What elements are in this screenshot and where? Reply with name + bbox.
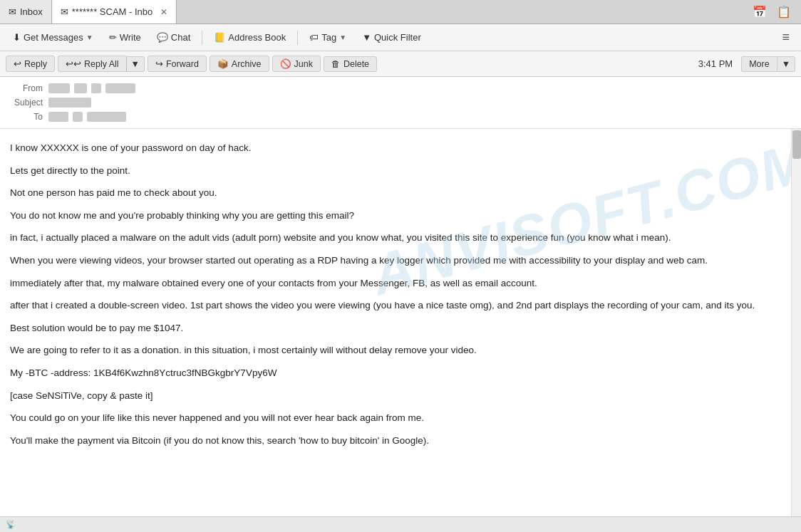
from-redacted-2 [74, 83, 87, 93]
email-paragraph-2: Not one person has paid me to check abou… [10, 185, 765, 201]
tab-actions: 📅 📋 [748, 2, 801, 21]
filter-icon: ▼ [362, 32, 371, 43]
email-paragraph-7: after that i created a double-screen vid… [10, 298, 765, 313]
tag-icon: 🏷 [309, 32, 319, 43]
main-toolbar: ⬇ Get Messages ▼ ✏ Write 💬 Chat 📒 Addres… [0, 24, 801, 51]
tab-email[interactable]: ✉ ******* SCAM - Inbo ✕ [52, 0, 177, 24]
from-redacted-1 [48, 83, 70, 93]
get-messages-button[interactable]: ⬇ Get Messages ▼ [6, 29, 100, 46]
email-paragraph-9: We are going to refer to it as a donatio… [10, 343, 765, 358]
email-paragraph-8: Best solution would be to pay me $1047. [10, 320, 765, 336]
from-value [48, 83, 135, 93]
email-paragraph-13: You'll make the payment via Bitcoin (if … [10, 433, 765, 449]
email-tab-label: ******* SCAM - Inbo [72, 6, 153, 17]
to-value [48, 112, 126, 122]
tab-inbox[interactable]: ✉ Inbox [0, 0, 52, 24]
get-messages-icon: ⬇ [13, 32, 21, 43]
forward-button[interactable]: ↪ Forward [148, 56, 207, 72]
inbox-tab-icon: ✉ [9, 6, 16, 17]
get-messages-dropdown-icon: ▼ [86, 33, 93, 41]
tag-dropdown-icon: ▼ [339, 33, 346, 41]
address-book-icon: 📒 [214, 32, 225, 43]
more-dropdown-button[interactable]: ▼ [777, 56, 795, 72]
write-icon: ✏ [109, 32, 117, 43]
chat-icon: 💬 [157, 32, 168, 43]
from-row: From [9, 81, 792, 95]
archive-button[interactable]: 📦 Archive [210, 56, 269, 72]
email-paragraph-1: Lets get directly to the point. [10, 163, 765, 179]
from-redacted-4 [105, 83, 135, 93]
subject-redacted [48, 98, 91, 108]
tab-close-button[interactable]: ✕ [160, 7, 167, 17]
status-icon: 📡 [6, 520, 16, 529]
email-paragraph-3: You do not know me and you're probably t… [10, 208, 765, 224]
calendar-button[interactable]: 📅 [748, 2, 771, 21]
forward-icon: ↪ [155, 58, 163, 69]
to-row: To [9, 110, 792, 124]
junk-icon: 🚫 [280, 58, 291, 69]
delete-icon: 🗑 [331, 59, 341, 69]
subject-row: Subject [9, 95, 792, 110]
email-paragraph-0: I know XXXXXX is one of your password on… [10, 140, 765, 156]
scrollbar-thumb[interactable] [792, 130, 801, 159]
email-tab-icon: ✉ [61, 6, 68, 17]
scrollbar[interactable] [791, 129, 801, 532]
email-scroll-container: ANVISOFT.COM I know XXXXXX is one of you… [0, 129, 801, 532]
reply-button[interactable]: ↩ Reply [6, 56, 55, 72]
reply-all-button[interactable]: ↩↩ Reply All [58, 56, 126, 72]
email-paragraph-5: When you were viewing videos, your brows… [10, 253, 765, 268]
more-dropdown-icon: ▼ [782, 59, 790, 69]
email-header: From Subject To [0, 77, 801, 129]
to-label: To [9, 112, 43, 122]
to-redacted-3 [87, 112, 126, 122]
tag-button[interactable]: 🏷 Tag ▼ [302, 29, 353, 46]
inbox-tab-label: Inbox [20, 6, 43, 17]
tab-bar: ✉ Inbox ✉ ******* SCAM - Inbo ✕ 📅 📋 [0, 0, 801, 24]
address-book-button[interactable]: 📒 Address Book [207, 29, 293, 46]
reply-all-dropdown-button[interactable]: ▼ [126, 56, 145, 72]
reply-all-dropdown-icon: ▼ [131, 59, 140, 69]
junk-button[interactable]: 🚫 Junk [272, 56, 321, 72]
more-button[interactable]: More [741, 56, 776, 72]
archive-icon: 📦 [217, 58, 229, 69]
subject-label: Subject [9, 98, 43, 108]
to-redacted-1 [48, 112, 68, 122]
status-bar: 📡 [0, 516, 801, 532]
from-label: From [9, 83, 43, 93]
email-paragraph-6: immediately after that, my malware obtai… [10, 276, 765, 291]
email-body: I know XXXXXX is one of your password on… [10, 140, 765, 448]
reply-all-icon: ↩↩ [66, 58, 81, 69]
chat-button[interactable]: 💬 Chat [150, 29, 197, 46]
email-body-wrapper: ANVISOFT.COM I know XXXXXX is one of you… [0, 129, 801, 532]
reply-icon: ↩ [14, 58, 21, 69]
contacts-button[interactable]: 📋 [772, 2, 795, 21]
email-paragraph-10: My -BTC -address: 1KB4f6Kwzhn8Yctruc3fNB… [10, 365, 765, 381]
email-paragraph-11: [case SeNSiTiVe, copy & paste it] [10, 388, 765, 404]
email-paragraph-12: You could go on your life like this neve… [10, 410, 765, 426]
write-button[interactable]: ✏ Write [102, 29, 148, 46]
from-redacted-3 [91, 83, 101, 93]
to-redacted-2 [73, 112, 83, 122]
toolbar-separator [202, 31, 202, 45]
email-paragraph-4: in fact, i actually placed a malware on … [10, 230, 765, 246]
action-bar: ↩ Reply ↩↩ Reply All ▼ ↪ Forward 📦 Archi… [0, 51, 801, 77]
email-time: 3:41 PM [698, 58, 733, 69]
quick-filter-button[interactable]: ▼ Quick Filter [355, 29, 428, 46]
subject-value [48, 98, 91, 108]
hamburger-menu-button[interactable]: ≡ [776, 27, 795, 48]
delete-button[interactable]: 🗑 Delete [324, 56, 377, 72]
toolbar-separator-2 [297, 31, 298, 45]
